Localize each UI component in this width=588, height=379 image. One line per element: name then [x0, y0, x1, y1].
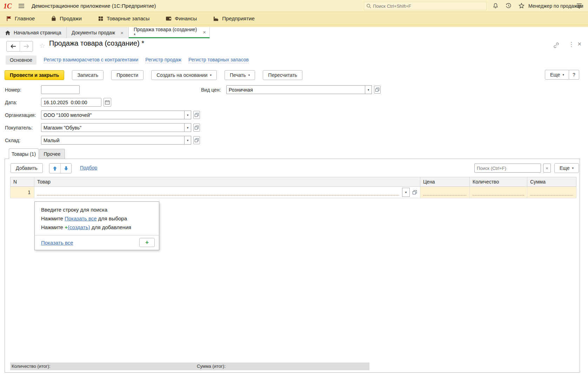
col-sum[interactable]: Сумма — [527, 177, 576, 186]
cell-price[interactable] — [420, 187, 470, 198]
create-from-button[interactable]: Создать на основании▾ — [151, 70, 217, 80]
forward-button[interactable] — [20, 41, 33, 51]
date-calendar-button[interactable] — [103, 98, 111, 107]
favorites-star-icon[interactable] — [519, 3, 524, 10]
buyer-dropdown-button[interactable]: ▾ — [184, 123, 191, 132]
show-all-link[interactable]: Показать все — [65, 215, 97, 221]
section-main[interactable]: Главное — [6, 15, 35, 21]
pick-link[interactable]: Подбор — [80, 165, 97, 171]
current-user[interactable]: Менеджер по продажам — [528, 3, 583, 9]
chevron-down-icon: ▾ — [572, 166, 574, 170]
nav-link-stock-register[interactable]: Регистр товарных запасов — [188, 57, 249, 63]
post-and-close-button[interactable]: Провести и закрыть — [5, 70, 64, 80]
tab-goods[interactable]: Товары (1) — [9, 148, 39, 159]
date-label: Дата: — [5, 100, 17, 105]
svg-text:1С: 1С — [4, 2, 12, 10]
tab-close-icon[interactable]: × — [203, 29, 206, 35]
section-inventory[interactable]: Товарные запасы — [98, 15, 149, 21]
document-toolbar: Провести и закрыть Записать Провести Соз… — [0, 70, 302, 80]
tab-close-icon[interactable]: × — [120, 30, 123, 36]
buyer-field[interactable] — [41, 123, 184, 132]
cell-quantity[interactable] — [470, 187, 527, 198]
app-title: Демонстрационное приложение (1С:Предприя… — [32, 3, 156, 9]
nav-main-chip[interactable]: Основное — [6, 55, 36, 65]
grid-search[interactable] — [474, 164, 541, 173]
table-row: 1 ▾ — [10, 187, 576, 198]
close-document-icon[interactable]: × — [577, 40, 582, 48]
date-field[interactable] — [41, 98, 101, 107]
organization-open-button[interactable] — [193, 111, 200, 119]
section-finance[interactable]: Финансы — [166, 15, 197, 21]
price-type-field[interactable] — [226, 85, 365, 94]
warehouse-field[interactable] — [41, 136, 184, 145]
hint-text: Нажмите — [41, 215, 65, 221]
warehouse-open-button[interactable] — [193, 136, 200, 144]
warehouse-dropdown-button[interactable]: ▾ — [184, 136, 191, 145]
global-search-input[interactable] — [373, 4, 484, 9]
price-type-combo: ▾ — [226, 85, 372, 94]
product-open-button[interactable] — [412, 190, 417, 195]
favorite-star-icon[interactable]: ☆ — [39, 42, 45, 50]
nav-link-sales-register[interactable]: Регистр продаж — [145, 57, 181, 63]
organization-dropdown-button[interactable]: ▾ — [184, 111, 191, 119]
popup-show-all-link[interactable]: Показать все — [41, 240, 73, 246]
popup-create-button[interactable]: + — [139, 238, 155, 247]
more-actions-kebab-icon[interactable]: ⋮ — [568, 41, 574, 48]
tab-other[interactable]: Прочее — [39, 149, 65, 159]
global-search[interactable] — [364, 2, 487, 10]
back-button[interactable] — [7, 41, 20, 51]
get-link-icon[interactable] — [553, 42, 560, 49]
grid-more-button[interactable]: Еще▾ — [554, 163, 579, 173]
tab-sales-documents[interactable]: Документы продаж × — [67, 27, 129, 38]
search-icon — [366, 4, 371, 8]
chevron-down-icon: ▾ — [210, 73, 212, 77]
warehouse-combo: ▾ — [41, 136, 191, 145]
organization-field[interactable] — [41, 111, 184, 119]
user-menu-icon[interactable] — [576, 3, 582, 10]
main-menu-icon[interactable] — [18, 4, 25, 9]
grid-search-input[interactable] — [477, 166, 539, 171]
price-type-dropdown-button[interactable]: ▾ — [365, 85, 372, 94]
history-icon[interactable] — [506, 3, 512, 10]
toolbar-more-button[interactable]: Еще▾ — [545, 70, 569, 80]
cell-sum[interactable] — [527, 187, 576, 198]
hint-text: Нажмите — [41, 224, 65, 230]
cell-product-editing[interactable]: ▾ — [34, 187, 420, 198]
bag-icon — [51, 16, 56, 21]
window-tab-strip: Начальная страница Документы продаж × Пр… — [0, 25, 588, 38]
table-header: N Товар Цена Количество Сумма — [10, 177, 576, 187]
add-row-button[interactable]: Добавить — [11, 163, 43, 173]
tab-home[interactable]: Начальная страница — [0, 27, 67, 38]
create-link[interactable]: (создать) — [68, 224, 90, 230]
buyer-open-button[interactable] — [193, 124, 200, 132]
grid-search-clear-button[interactable]: × — [543, 164, 551, 173]
document-nav-links: Основное Регистр взаиморасчетов с контра… — [0, 55, 588, 65]
recalculate-button[interactable]: Пересчитать — [263, 70, 302, 80]
organization-combo: ▾ — [41, 111, 191, 119]
post-button[interactable]: Провести — [111, 70, 143, 80]
number-field[interactable] — [41, 85, 80, 94]
section-enterprise[interactable]: Предприятие — [213, 15, 254, 21]
goods-table: N Товар Цена Количество Сумма 1 ▾ — [10, 177, 576, 198]
section-sales[interactable]: Продажи — [51, 15, 82, 21]
col-quantity[interactable]: Количество — [470, 177, 527, 186]
product-dropdown-button[interactable]: ▾ — [402, 188, 410, 197]
tab-other-label: Прочее — [44, 151, 60, 157]
arrow-up-icon — [53, 166, 57, 171]
save-button[interactable]: Записать — [72, 70, 103, 80]
col-n[interactable]: N — [11, 177, 34, 186]
print-button[interactable]: Печать▾ — [225, 70, 255, 80]
price-type-open-button[interactable] — [374, 86, 381, 94]
col-product[interactable]: Товар — [34, 177, 420, 186]
help-button[interactable]: ? — [569, 70, 579, 80]
nav-link-settlements-register[interactable]: Регистр взаиморасчетов с контрагентами — [44, 57, 138, 63]
1c-logo-icon: 1С — [4, 2, 15, 11]
tab-goods-sale[interactable]: Продажа товара (создание) * × — [129, 27, 210, 38]
notifications-bell-icon[interactable] — [493, 3, 499, 10]
product-input-underline[interactable] — [37, 195, 399, 195]
tab-goods-sale-label: Продажа товара (создание) * — [134, 27, 198, 38]
move-up-button[interactable] — [49, 164, 60, 173]
col-price[interactable]: Цена — [420, 177, 470, 186]
move-down-button[interactable] — [60, 164, 71, 173]
hint-text: для выбора — [97, 215, 127, 221]
